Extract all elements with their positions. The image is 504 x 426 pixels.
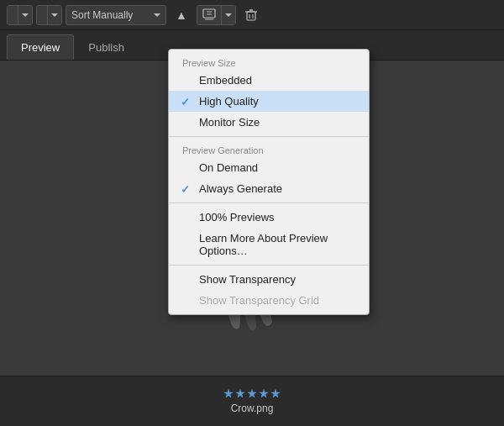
sort-chevron-icon [154, 12, 160, 18]
chevron-down-icon [22, 12, 29, 18]
menu-item-on-demand[interactable]: On Demand [169, 157, 369, 178]
menu-item-100-previews[interactable]: 100% Previews [169, 207, 369, 228]
menu-item-always-generate[interactable]: Always Generate [169, 178, 369, 199]
tab-preview-label: Preview [21, 41, 60, 54]
star-2 [235, 389, 245, 399]
svg-marker-5 [154, 13, 160, 17]
sort-label: Sort Manually [71, 9, 133, 21]
filter-icon-btn[interactable] [8, 5, 18, 25]
trash-icon [244, 8, 258, 22]
upload-dropdown-arrow[interactable] [221, 5, 235, 25]
chevron-down-icon-2 [51, 12, 58, 18]
upload-icon [202, 8, 216, 22]
menu-separator-2 [169, 202, 369, 203]
sort-icon-btn-group[interactable] [36, 5, 62, 25]
upload-icon-btn[interactable] [197, 5, 221, 25]
star-4 [259, 389, 269, 399]
file-name: Crow.png [231, 402, 274, 414]
upload-btn-group[interactable] [197, 5, 236, 25]
up-arrow-icon: ▲ [176, 8, 187, 22]
filter-btn-group[interactable] [7, 5, 33, 25]
menu-item-high-quality[interactable]: High Quality [169, 91, 369, 112]
sort-funnel-dropdown-arrow[interactable] [48, 5, 61, 25]
star-3 [247, 389, 257, 399]
star-5 [270, 389, 281, 399]
sort-direction-btn[interactable]: ▲ [170, 3, 193, 27]
menu-separator-3 [169, 265, 369, 266]
upload-chevron-icon [225, 12, 232, 18]
menu-item-monitor-size[interactable]: Monitor Size [169, 112, 369, 133]
menu-item-learn-more[interactable]: Learn More About Preview Options… [169, 228, 369, 261]
filter-dropdown-arrow[interactable] [18, 5, 32, 25]
tab-publish-label: Publish [88, 41, 124, 54]
svg-rect-6 [203, 9, 215, 18]
preview-gen-section-label: Preview Generation [169, 140, 369, 157]
sort-dropdown[interactable]: Sort Manually [66, 5, 166, 25]
preview-dropdown-menu: Preview Size Embedded High Quality Monit… [168, 49, 370, 315]
menu-item-embedded[interactable]: Embedded [169, 70, 369, 91]
main-toolbar: Sort Manually ▲ [0, 0, 504, 30]
tab-preview[interactable]: Preview [7, 34, 74, 60]
svg-rect-11 [247, 12, 255, 20]
tab-publish[interactable]: Publish [74, 34, 139, 60]
trash-btn[interactable] [239, 3, 263, 27]
svg-marker-2 [22, 13, 29, 17]
menu-separator-1 [169, 136, 369, 137]
preview-size-section-label: Preview Size [169, 53, 369, 70]
menu-item-show-transparency[interactable]: Show Transparency [169, 269, 369, 290]
bottom-bar: Crow.png [0, 376, 504, 426]
sort-funnel-icon-btn[interactable] [37, 5, 47, 25]
star-rating [223, 389, 281, 399]
menu-item-show-transparency-grid: Show Transparency Grid [169, 290, 369, 311]
star-1 [223, 389, 234, 399]
svg-marker-10 [225, 13, 232, 17]
svg-marker-4 [51, 13, 58, 17]
